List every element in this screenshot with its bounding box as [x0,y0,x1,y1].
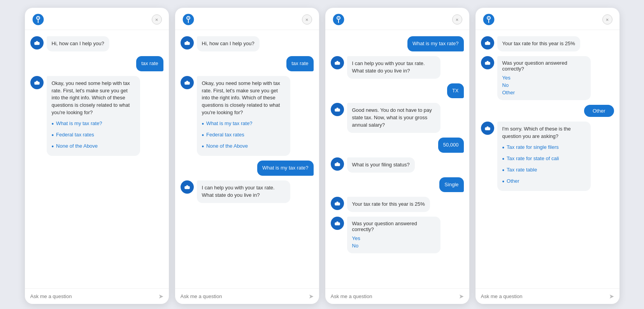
option-item[interactable]: What is my tax rate? [202,118,285,129]
option-item[interactable]: Tax rate table [502,164,586,176]
svg-rect-17 [186,41,188,42]
msg-row: Your tax rate for this year is 25% [331,197,464,212]
chat-body-4: Your tax rate for this year is 25% Was y… [476,30,619,288]
msg-row-user: 50,000 [331,138,464,153]
bot-avatar [481,56,494,69]
msg-row: Okay, you need some help with tax rate. … [181,76,314,156]
msg-row: Okay, you need some help with tax rate. … [30,76,163,156]
user-message: TX [447,83,464,99]
bot-message: Hi, how can I help you? [47,36,109,51]
option-item[interactable]: None of the Above [202,141,285,152]
chat-header-1: × [25,8,169,30]
svg-point-34 [336,63,337,64]
option-item[interactable]: Other [502,176,586,187]
chat-body-1: Hi, how can I help you? tax rate Okay, y… [25,30,169,288]
svg-rect-65 [486,126,488,127]
chat-window-1: × Hi, how can I help you? tax rate Okay,… [25,8,169,304]
bot-message: Your tax rate for this year is 25% [347,197,430,212]
svg-rect-4 [34,42,40,45]
svg-point-6 [35,43,36,44]
other-button[interactable]: Other [584,105,614,117]
chat-body-2: Hi, how can I help you? tax rate Okay, y… [175,30,319,288]
send-icon-1[interactable]: ➤ [158,293,163,300]
svg-rect-48 [335,222,340,226]
chat-input-area-2: ➤ [175,288,319,304]
svg-rect-21 [186,81,188,82]
chat-body-3: What is my tax rate? I can help you with… [325,30,469,288]
sat-other-4[interactable]: Other [502,89,586,96]
bot-avatar [481,122,494,135]
chat-input-4[interactable] [481,293,606,299]
svg-rect-56 [485,42,490,45]
svg-rect-49 [336,222,338,223]
svg-point-38 [336,110,337,111]
svg-rect-9 [36,81,38,82]
bot-message-options-4: I'm sorry. Which of these is the questio… [497,122,591,191]
svg-point-7 [37,43,38,44]
chat-input-3[interactable] [331,293,456,299]
close-button-3[interactable]: × [452,14,462,25]
svg-point-67 [488,128,489,129]
bot-message: I can help you with your tax rate. What … [197,180,290,203]
satisfaction-section-4: Was your question answered correctly? Ye… [497,56,591,100]
bot-message: Good news. You do not have to pay state … [347,103,440,133]
svg-point-18 [186,43,186,44]
satisfaction-section: Was your question answered correctly? Ye… [347,217,440,253]
sat-yes-4[interactable]: Yes [502,74,586,81]
chat-window-3: × What is my tax rate? I can help you wi… [325,8,469,304]
svg-rect-45 [336,202,338,203]
svg-point-22 [186,83,186,83]
msg-row-sat: Was your question answered correctly? Ye… [481,56,614,100]
bot-message: I can help you with your tax rate. What … [347,56,440,79]
msg-row: Hi, how can I help you? [30,36,163,51]
option-item[interactable]: None of the Above [52,141,135,152]
send-icon-4[interactable]: ➤ [609,293,614,300]
bot-message: What is your filing status? [347,157,415,173]
svg-rect-36 [335,109,340,112]
close-button-4[interactable]: × [602,14,612,25]
sat-yes[interactable]: Yes [352,235,435,242]
bot-avatar [181,76,194,89]
chat-input-area-3: ➤ [325,288,469,304]
send-icon-3[interactable]: ➤ [459,293,464,300]
bot-message: Your tax rate for this year is 25% [497,36,580,51]
svg-point-30 [338,18,339,18]
option-item[interactable]: Federal tax rates [52,129,135,141]
chat-header-4: × [476,8,619,30]
sat-no-4[interactable]: No [502,81,586,89]
close-button-2[interactable]: × [302,14,312,25]
svg-rect-24 [184,186,190,189]
option-item[interactable]: What is my tax rate? [52,118,135,129]
svg-point-51 [338,224,339,224]
option-item[interactable]: Tax rate for single filers [502,142,586,153]
bot-message-options: Okay, you need some help with tax rate. … [47,76,140,156]
user-message: tax rate [136,56,163,71]
chat-input-area-4: ➤ [476,288,619,304]
user-message: tax rate [286,56,313,71]
svg-point-23 [188,83,188,83]
option-item[interactable]: Federal tax rates [202,129,285,141]
svg-point-27 [188,187,188,188]
svg-point-35 [338,63,339,64]
bot-avatar [30,76,44,89]
sat-question: Was your question answered correctly? [352,221,435,232]
chat-input-1[interactable] [30,293,155,299]
msg-row-user: TX [331,83,464,99]
send-icon-2[interactable]: ➤ [309,293,314,300]
svg-rect-41 [336,162,338,163]
svg-point-66 [486,128,487,129]
option-item[interactable]: Tax rate for state of cali [502,153,586,164]
close-button-1[interactable]: × [152,14,162,25]
bot-message: Hi, how can I help you? [197,36,260,51]
msg-row-user: tax rate [181,56,314,71]
msg-row: What is your filing status? [331,157,464,173]
chat-input-2[interactable] [181,293,305,299]
chat-input-area-1: ➤ [25,288,169,304]
user-message: 50,000 [438,138,464,153]
sat-no[interactable]: No [352,242,435,249]
logo-icon-1 [32,13,44,26]
svg-point-50 [336,224,337,224]
msg-row: I'm sorry. Which of these is the questio… [481,122,614,191]
bot-avatar [331,157,344,171]
svg-point-10 [35,83,36,83]
